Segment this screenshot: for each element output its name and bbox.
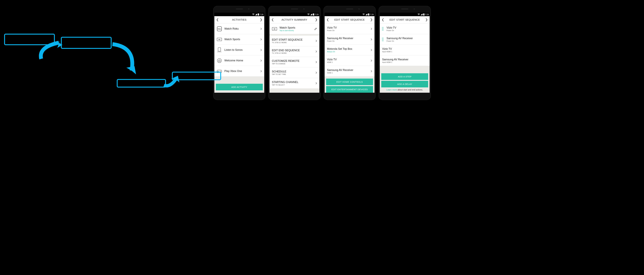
title-bar: ACTIVITY SUMMARY <box>270 16 319 24</box>
tutorial-arrow-icon <box>110 41 142 80</box>
sequence-step-row[interactable]: Motorola Set Top BoxAlways On <box>325 45 374 55</box>
chevron-right-icon <box>260 60 262 62</box>
back-button[interactable] <box>216 18 218 22</box>
learn-more-link[interactable]: Learn more <box>386 89 397 91</box>
schedule-row[interactable]: SCHEDULE TAP TO SET TIME <box>270 67 319 78</box>
row-subtitle: TV, STB & 3 MORE <box>272 52 316 54</box>
sequence-step-row[interactable]: Vizio TVHDMI 1 <box>325 55 374 66</box>
row-label: Vizio TV <box>327 58 371 61</box>
row-label: Watch Sports <box>280 26 314 29</box>
row-subtitle: Power On <box>386 40 427 42</box>
sequence-step-row[interactable]: Samsung AV ReceiverPower On <box>380 34 430 45</box>
edit-home-controls-button[interactable]: EDIT HOME CONTROLS <box>326 79 373 85</box>
starting-channel-row[interactable]: STARTING CHANNEL TAP TO SELECT <box>270 78 319 89</box>
status-bar: 7:29 <box>325 13 374 16</box>
row-subtitle: TAP TO SET TIME <box>272 73 316 75</box>
edit-start-sequence-row[interactable]: EDIT START SEQUENCE TV, STB & 3 MORE <box>270 36 319 46</box>
wifi-icon <box>307 14 310 15</box>
home-icon <box>217 58 222 63</box>
chevron-right-icon <box>316 40 317 42</box>
chevron-right-icon <box>316 61 317 63</box>
chevron-right-icon <box>260 28 262 30</box>
tutorial-arrow-icon <box>162 75 180 88</box>
activity-row-sonos[interactable]: SONOS Listen to Sonos <box>214 45 264 55</box>
back-button[interactable] <box>327 18 329 22</box>
forward-button[interactable] <box>260 18 262 22</box>
content-area: Vizio TVPower On Samsung AV ReceiverPowe… <box>380 24 430 93</box>
drag-handle-icon[interactable] <box>382 38 384 41</box>
hd-icon: HD <box>217 37 222 42</box>
row-label: Samsung AV Receiver <box>382 58 427 61</box>
phone-frame: 7:29 EDIT START SEQUENCE Vizio TVPower O… <box>324 6 376 100</box>
sequence-step-row[interactable]: Vizio TVPower On <box>325 24 374 34</box>
battery-icon <box>423 14 424 16</box>
screen: 7:29 EDIT START SEQUENCE Vizio TVPower O… <box>380 13 430 93</box>
row-label: CUSTOMIZE REMOTE <box>272 60 316 63</box>
activity-row-sports[interactable]: HD Watch Sports <box>214 34 264 45</box>
status-time: 7:29 <box>260 14 263 16</box>
svg-rect-4 <box>218 48 221 51</box>
signal-icon <box>310 14 312 15</box>
signal-icon <box>365 14 368 15</box>
sequence-step-row[interactable]: Samsung AV ReceiverInput HDMI 1 <box>380 55 430 66</box>
row-label: Motorola Set Top Box <box>327 47 371 51</box>
add-delay-button[interactable]: ADD A DELAY <box>381 81 428 87</box>
sonos-icon: SONOS <box>217 47 222 53</box>
back-button[interactable] <box>272 18 274 22</box>
forward-button[interactable] <box>370 18 372 22</box>
forward-button[interactable] <box>426 18 428 22</box>
row-subtitle: Input HDMI 1 <box>382 51 427 53</box>
activity-row-roku[interactable]: Roku Watch Roku <box>214 24 264 34</box>
row-label: Samsung AV Receiver <box>386 37 427 40</box>
edit-entertainment-devices-button[interactable]: EDIT ENTERTAINMENT DEVICES <box>326 86 373 93</box>
tutorial-highlight <box>4 34 55 45</box>
activity-row-xbox[interactable]: Play Xbox One <box>214 66 264 77</box>
row-subtitle: TAP TO SELECT <box>272 84 316 86</box>
status-time: 7:29 <box>315 14 318 16</box>
wifi-icon <box>252 14 254 15</box>
add-step-button[interactable]: ADD A STEP <box>381 73 428 80</box>
sequence-step-row[interactable]: Vizio TVPower On <box>380 24 430 34</box>
signal-icon <box>255 14 257 15</box>
row-label: Samsung AV Receiver <box>327 69 371 72</box>
chevron-right-icon <box>371 70 372 72</box>
title-bar: ACTIVITIES <box>214 16 264 24</box>
chevron-right-icon <box>260 38 262 41</box>
activity-row-home[interactable]: Welcome Home <box>214 55 264 66</box>
svg-point-6 <box>220 71 221 71</box>
chevron-right-icon <box>371 49 372 51</box>
gamepad-icon <box>217 69 222 74</box>
customize-remote-row[interactable]: CUSTOMIZE REMOTE TAP TO CHANGE <box>270 57 319 67</box>
status-time: 7:29 <box>370 14 374 16</box>
status-bar: 7:29 <box>380 13 430 16</box>
edit-end-sequence-row[interactable]: EDIT END SEQUENCE TV, STB & 3 MORE <box>270 46 319 57</box>
chevron-right-icon <box>371 60 372 62</box>
svg-text:HD: HD <box>218 39 220 40</box>
activity-header-row[interactable]: HD Watch Sports Tap to start Activity <box>270 24 319 34</box>
forward-button[interactable] <box>315 18 317 22</box>
battery-icon <box>313 14 314 16</box>
status-bar: 7:29 <box>214 13 264 16</box>
status-bar: 7:29 <box>270 13 319 16</box>
row-label: SCHEDULE <box>272 70 316 73</box>
back-button[interactable] <box>382 18 384 22</box>
row-label: Vizio TV <box>386 26 427 29</box>
drag-handle-icon[interactable] <box>382 27 384 31</box>
phone-frame: 7:29 ACTIVITY SUMMARY HD Watch Sports Ta… <box>268 6 320 100</box>
pencil-icon[interactable] <box>314 28 317 30</box>
add-activity-button[interactable]: ADD ACTIVITY <box>216 84 263 90</box>
sequence-step-row[interactable]: Samsung AV ReceiverHDMI 1 <box>325 66 374 77</box>
row-label: EDIT START SEQUENCE <box>272 38 316 41</box>
row-label: EDIT END SEQUENCE <box>272 49 316 52</box>
row-subtitle: Input HDMI 1 <box>382 61 427 63</box>
chevron-right-icon <box>371 38 372 41</box>
sequence-step-row[interactable]: Vizio TVInput HDMI 1 <box>380 45 430 55</box>
wifi-icon <box>362 14 365 15</box>
status-time: 7:29 <box>425 14 429 16</box>
title-bar: EDIT START SEQUENCE <box>325 16 374 24</box>
sequence-step-row[interactable]: Samsung AV ReceiverPower On <box>325 34 374 45</box>
row-label: Vizio TV <box>382 47 427 51</box>
svg-point-5 <box>217 59 222 63</box>
roku-icon: Roku <box>217 26 222 32</box>
chevron-right-icon <box>316 72 317 74</box>
